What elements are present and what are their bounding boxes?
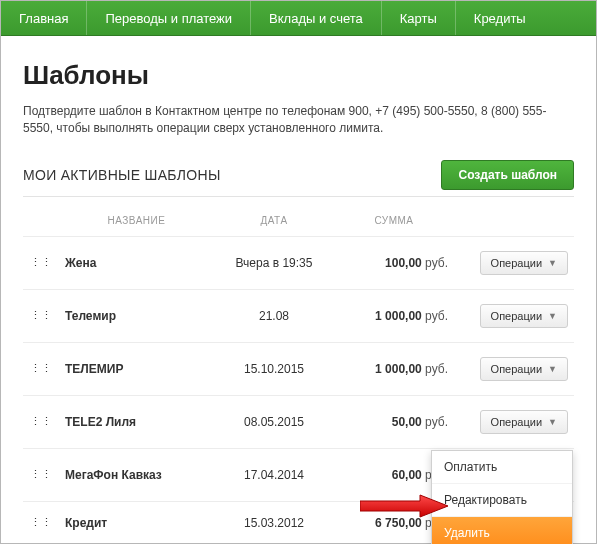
template-sum: 1 000,00 руб. [334,342,454,395]
table-row: ⋮⋮ Телемир 21.08 1 000,00 руб. Операции▼ [23,289,574,342]
nav-payments[interactable]: Переводы и платежи [87,1,251,35]
drag-handle-icon[interactable]: ⋮⋮ [23,289,59,342]
drag-handle-icon[interactable]: ⋮⋮ [23,395,59,448]
chevron-down-icon: ▼ [548,258,557,268]
page-subtitle: Подтвердите шаблон в Контактном центре п… [23,103,563,138]
template-sum: 100,00 руб. [334,236,454,289]
template-date: 15.03.2012 [214,501,334,544]
operations-button[interactable]: Операции▼ [480,357,568,381]
template-name[interactable]: ТЕЛЕМИР [59,342,214,395]
template-date: 15.10.2015 [214,342,334,395]
template-name[interactable]: TELE2 Лиля [59,395,214,448]
nav-home[interactable]: Главная [1,1,87,35]
template-name[interactable]: Жена [59,236,214,289]
table-row: ⋮⋮ ТЕЛЕМИР 15.10.2015 1 000,00 руб. Опер… [23,342,574,395]
template-sum: 1 000,00 руб. [334,289,454,342]
operations-button[interactable]: Операции▼ [480,410,568,434]
template-date: 17.04.2014 [214,448,334,501]
col-name: НАЗВАНИЕ [59,205,214,237]
operations-menu: Оплатить Редактировать Удалить [431,450,573,544]
template-date: Вчера в 19:35 [214,236,334,289]
menu-delete[interactable]: Удалить [432,517,572,544]
table-row: ⋮⋮ TELE2 Лиля 08.05.2015 50,00 руб. Опер… [23,395,574,448]
drag-handle-icon[interactable]: ⋮⋮ [23,448,59,501]
chevron-down-icon: ▼ [548,417,557,427]
template-name[interactable]: МегаФон Кавказ [59,448,214,501]
active-templates-heading: МОИ АКТИВНЫЕ ШАБЛОНЫ [23,167,221,183]
chevron-down-icon: ▼ [548,364,557,374]
create-template-button[interactable]: Создать шаблон [441,160,574,190]
drag-handle-icon[interactable]: ⋮⋮ [23,342,59,395]
col-date: ДАТА [214,205,334,237]
drag-handle-icon[interactable]: ⋮⋮ [23,501,59,544]
nav-credits[interactable]: Кредиты [456,1,544,35]
top-nav: Главная Переводы и платежи Вклады и счет… [1,1,596,36]
template-name[interactable]: Кредит [59,501,214,544]
operations-button[interactable]: Операции▼ [480,304,568,328]
template-date: 21.08 [214,289,334,342]
col-sum: СУММА [334,205,454,237]
template-date: 08.05.2015 [214,395,334,448]
template-name[interactable]: Телемир [59,289,214,342]
menu-pay[interactable]: Оплатить [432,451,572,484]
drag-handle-icon[interactable]: ⋮⋮ [23,236,59,289]
nav-cards[interactable]: Карты [382,1,456,35]
menu-edit[interactable]: Редактировать [432,484,572,517]
operations-button[interactable]: Операции▼ [480,251,568,275]
nav-deposits[interactable]: Вклады и счета [251,1,382,35]
page-title: Шаблоны [23,60,574,91]
template-sum: 50,00 руб. [334,395,454,448]
chevron-down-icon: ▼ [548,311,557,321]
table-row: ⋮⋮ Жена Вчера в 19:35 100,00 руб. Операц… [23,236,574,289]
